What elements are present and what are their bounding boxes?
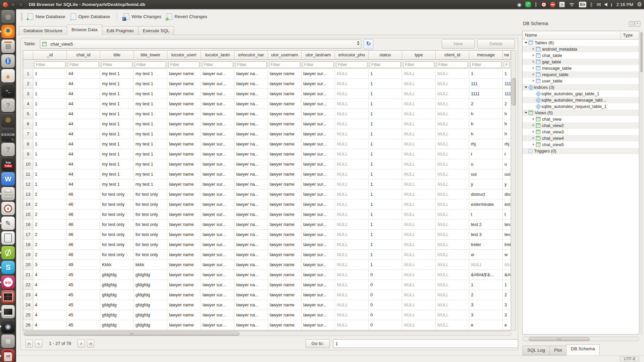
row-number-cell[interactable]: 4 <box>23 99 33 109</box>
terminator[interactable] <box>0 290 16 304</box>
expand-arrow-icon[interactable] <box>525 41 528 44</box>
data-cell[interactable]: 1111 <box>469 89 503 99</box>
data-cell[interactable]: my test 1 <box>134 129 167 139</box>
data-cell[interactable]: lawyer name <box>268 109 302 119</box>
data-cell[interactable]: lawyer na... <box>234 129 268 139</box>
data-cell[interactable]: lawyer sur... <box>201 300 234 310</box>
data-cell[interactable]: h <box>469 129 503 139</box>
data-cell[interactable]: gfdgfdg <box>134 270 167 280</box>
row-number-cell[interactable]: 15 <box>23 209 33 220</box>
monitor-app[interactable] <box>0 305 16 318</box>
data-cell[interactable]: lawyer sur... <box>302 199 335 209</box>
column-header[interactable]: utor_lastnam <box>302 51 335 60</box>
row-number-cell[interactable]: 13 <box>23 189 33 199</box>
data-cell[interactable]: lawyer sur... <box>302 179 335 189</box>
filter-input[interactable] <box>336 61 367 68</box>
data-cell[interactable]: lawyer name <box>268 119 302 129</box>
expand-arrow-icon[interactable] <box>525 111 528 114</box>
data-cell[interactable]: lawyer sur... <box>302 79 335 89</box>
data-cell[interactable]: lawyer sur... <box>201 179 234 189</box>
data-cell[interactable]: lawyer sur... <box>302 109 335 119</box>
data-cell[interactable]: 2 <box>33 189 67 199</box>
data-cell[interactable]: NULL <box>402 169 436 179</box>
data-cell[interactable]: 44 <box>67 139 100 149</box>
filter-input[interactable] <box>202 61 233 68</box>
data-cell[interactable]: lawyer na... <box>234 220 268 230</box>
data-cell[interactable]: NULL <box>436 139 469 149</box>
data-cell[interactable]: lawyer sur... <box>302 89 335 99</box>
filter-input[interactable] <box>68 61 99 68</box>
data-cell[interactable]: lawyer name <box>268 169 302 179</box>
data-cell[interactable]: my test 1 <box>100 129 134 139</box>
data-cell[interactable]: lawyer name <box>167 159 201 169</box>
data-cell[interactable]: gfdgfdg <box>134 280 167 290</box>
data-cell[interactable]: lawyer name <box>167 79 201 89</box>
data-cell[interactable]: y <box>503 179 511 189</box>
libreoffice-icon[interactable] <box>1 231 15 245</box>
data-cell[interactable]: gfdgfdg <box>100 320 134 330</box>
android-studio[interactable] <box>0 246 16 259</box>
data-cell[interactable]: NULL <box>335 260 369 270</box>
data-cell[interactable]: treter <box>469 240 503 250</box>
alarm-clock-app[interactable] <box>0 202 16 215</box>
data-cell[interactable]: 46 <box>67 230 100 240</box>
goto-input[interactable] <box>333 339 518 348</box>
grid-vertical-scrollbar[interactable] <box>511 50 516 330</box>
dash-home-icon[interactable]: ◎ <box>1 10 15 23</box>
data-cell[interactable]: 2 <box>33 230 67 240</box>
data-cell[interactable]: t <box>469 209 503 220</box>
data-cell[interactable]: lawyer sur... <box>302 220 335 230</box>
archive-manager-icon[interactable]: ▤ <box>1 40 15 53</box>
data-cell[interactable]: my test 1 <box>100 109 134 119</box>
data-cell[interactable]: lawyer na... <box>234 139 268 149</box>
data-cell[interactable]: lawyer name <box>268 220 302 230</box>
data-cell[interactable]: my test 1 <box>100 149 134 159</box>
data-cell[interactable]: gfdgfdg <box>134 300 167 310</box>
hscroll-thumb[interactable] <box>24 332 239 336</box>
data-cell[interactable]: gfdgfdg <box>100 280 134 290</box>
data-cell[interactable]: my test 1 <box>134 139 167 149</box>
goto-button[interactable]: Go to: <box>306 339 330 348</box>
data-cell[interactable]: for test only <box>134 230 167 240</box>
data-cell[interactable]: NULL <box>436 109 469 119</box>
schema-hscroll-thumb[interactable] <box>529 337 590 341</box>
data-cell[interactable]: NULL <box>436 310 469 320</box>
data-cell[interactable]: &#8#&$'&... <box>503 270 511 280</box>
data-cell[interactable]: lawyer sur... <box>302 99 335 109</box>
workspace-switcher-icon[interactable]: ⊞ <box>1 335 15 348</box>
refresh-button[interactable]: ↻ <box>364 39 373 49</box>
row-number-cell[interactable]: 25 <box>23 310 33 320</box>
column-header[interactable]: type <box>402 51 436 60</box>
bluetooth2-icon[interactable]: ᛒ <box>590 2 593 7</box>
data-cell[interactable]: my test 1 <box>100 139 134 149</box>
data-cell[interactable]: lawyer sur... <box>201 209 234 220</box>
data-cell[interactable]: NULL <box>335 89 369 99</box>
data-cell[interactable]: 44 <box>67 69 100 79</box>
data-cell[interactable]: my test 1 <box>134 169 167 179</box>
row-number-cell[interactable]: 14 <box>23 199 33 209</box>
data-cell[interactable]: lawyer na... <box>234 280 268 290</box>
data-cell[interactable]: 44 <box>67 89 100 99</box>
data-cell[interactable]: lawyer sur... <box>201 129 234 139</box>
data-cell[interactable]: 1 <box>369 199 402 209</box>
data-cell[interactable]: w <box>469 250 503 260</box>
data-cell[interactable]: NULL <box>436 209 469 220</box>
data-cell[interactable]: NULL <box>402 129 436 139</box>
data-cell[interactable]: NULL <box>402 280 436 290</box>
youtube[interactable]: YouTube <box>0 158 16 171</box>
data-cell[interactable]: lawyer na... <box>234 300 268 310</box>
row-number-cell[interactable]: 9 <box>23 149 33 159</box>
data-cell[interactable]: NULL <box>402 230 436 240</box>
data-cell[interactable]: NULL <box>436 159 469 169</box>
tab-database-structure[interactable]: Database Structure <box>19 26 67 35</box>
data-cell[interactable]: my test 1 <box>134 79 167 89</box>
data-cell[interactable]: NULL <box>436 300 469 310</box>
data-cell[interactable]: lawyer name <box>167 129 201 139</box>
data-cell[interactable]: lawyer na... <box>234 250 268 260</box>
data-cell[interactable]: NULL <box>436 280 469 290</box>
data-cell[interactable]: lawyer name <box>167 260 201 270</box>
data-cell[interactable]: 1 <box>469 280 503 290</box>
data-cell[interactable]: lawyer sur... <box>302 159 335 169</box>
data-cell[interactable]: uui <box>469 169 503 179</box>
row-number-cell[interactable]: 18 <box>23 240 33 250</box>
